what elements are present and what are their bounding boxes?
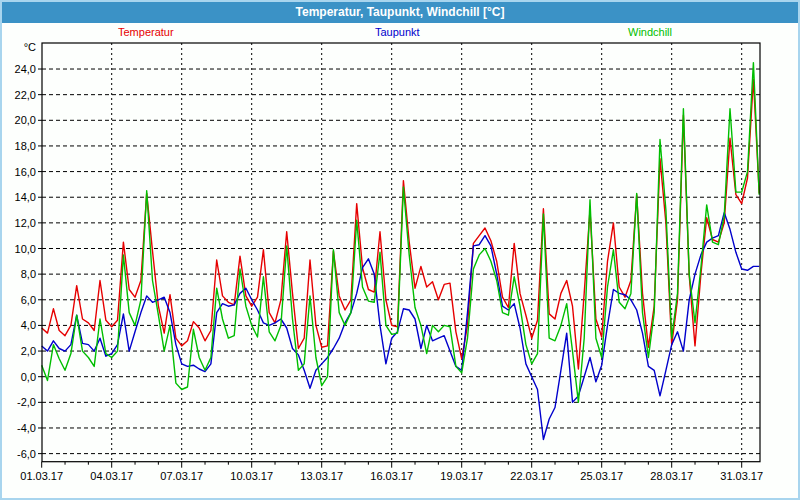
- data-series: [42, 63, 760, 440]
- svg-text:10.03.17: 10.03.17: [230, 470, 273, 482]
- svg-text:14,0: 14,0: [15, 191, 36, 203]
- svg-text:-6,0: -6,0: [17, 448, 36, 460]
- svg-text:04.03.17: 04.03.17: [90, 470, 133, 482]
- svg-text:16.03.17: 16.03.17: [370, 470, 413, 482]
- svg-text:07.03.17: 07.03.17: [160, 470, 203, 482]
- svg-text:01.03.17: 01.03.17: [20, 470, 63, 482]
- axes: 24,022,020,018,016,014,012,010,08,06,04,…: [15, 41, 764, 482]
- svg-text:25.03.17: 25.03.17: [580, 470, 623, 482]
- svg-text:13.03.17: 13.03.17: [300, 470, 343, 482]
- svg-text:22,0: 22,0: [15, 89, 36, 101]
- svg-text:12,0: 12,0: [15, 217, 36, 229]
- chart-window: Temperatur, Taupunkt, Windchill [°C] Tem…: [0, 0, 800, 500]
- svg-text:°C: °C: [24, 41, 36, 53]
- svg-text:-4,0: -4,0: [17, 422, 36, 434]
- svg-text:8,0: 8,0: [21, 268, 36, 280]
- svg-text:16,0: 16,0: [15, 166, 36, 178]
- svg-text:19.03.17: 19.03.17: [440, 470, 483, 482]
- svg-text:10,0: 10,0: [15, 243, 36, 255]
- svg-text:0,0: 0,0: [21, 371, 36, 383]
- svg-text:24,0: 24,0: [15, 63, 36, 75]
- svg-text:31.03.17: 31.03.17: [720, 470, 763, 482]
- svg-text:18,0: 18,0: [15, 140, 36, 152]
- svg-text:22.03.17: 22.03.17: [510, 470, 553, 482]
- svg-text:4,0: 4,0: [21, 319, 36, 331]
- svg-text:-2,0: -2,0: [17, 396, 36, 408]
- svg-text:28.03.17: 28.03.17: [650, 470, 693, 482]
- line-chart: 24,022,020,018,016,014,012,010,08,06,04,…: [2, 2, 798, 498]
- svg-text:6,0: 6,0: [21, 294, 36, 306]
- svg-text:2,0: 2,0: [21, 345, 36, 357]
- svg-text:20,0: 20,0: [15, 114, 36, 126]
